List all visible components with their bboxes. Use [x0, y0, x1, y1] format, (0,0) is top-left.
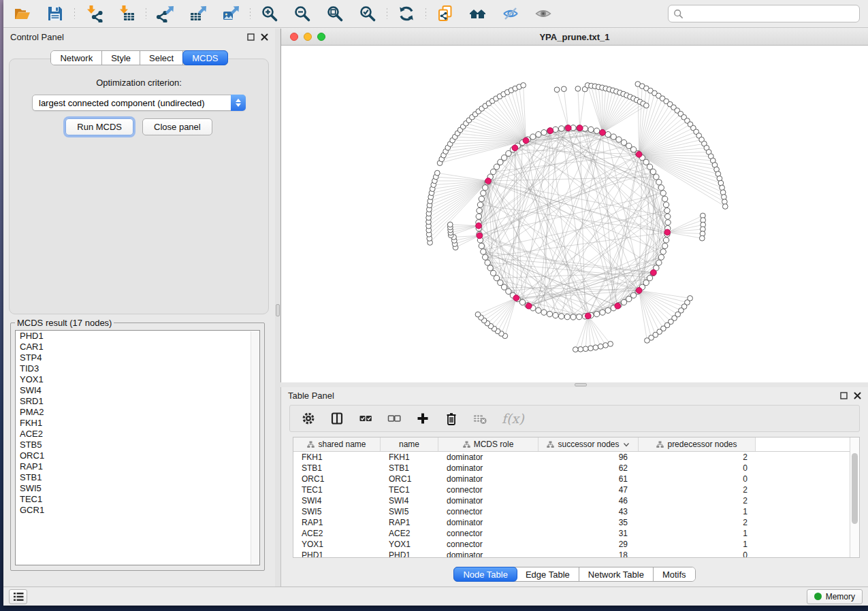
mcds-result-item[interactable]: TID3: [16, 363, 259, 374]
network-node[interactable]: [665, 214, 671, 219]
network-hub-node[interactable]: [485, 178, 492, 184]
network-node[interactable]: [477, 202, 483, 208]
table-row[interactable]: ORC1ORC1dominator610: [293, 474, 859, 484]
network-node[interactable]: [598, 344, 603, 349]
network-node[interactable]: [621, 299, 626, 305]
network-hub-node[interactable]: [577, 125, 583, 131]
zoom-in-icon[interactable]: [260, 4, 279, 23]
network-node[interactable]: [577, 314, 582, 319]
network-node[interactable]: [561, 86, 566, 92]
network-node[interactable]: [434, 170, 440, 176]
column-header-shared-name[interactable]: shared name: [293, 437, 381, 451]
mcds-result-item[interactable]: ACE2: [16, 429, 259, 440]
network-node[interactable]: [554, 87, 560, 93]
clone-network-icon[interactable]: [436, 4, 455, 23]
network-node[interactable]: [605, 131, 611, 137]
network-node[interactable]: [643, 103, 649, 108]
network-node[interactable]: [654, 174, 659, 180]
network-node[interactable]: [662, 243, 668, 248]
network-node[interactable]: [530, 134, 536, 139]
run-mcds-button[interactable]: Run MCDS: [65, 118, 133, 135]
network-hub-node[interactable]: [615, 303, 621, 309]
network-node[interactable]: [660, 249, 666, 254]
export-table-icon[interactable]: [189, 4, 208, 23]
network-node[interactable]: [536, 308, 541, 313]
network-node[interactable]: [490, 169, 496, 174]
network-node[interactable]: [722, 204, 728, 210]
column-header-successor-nodes[interactable]: successor nodes: [539, 437, 639, 451]
network-node[interactable]: [608, 342, 613, 347]
network-node[interactable]: [490, 270, 496, 276]
tab-select[interactable]: Select: [140, 51, 183, 65]
table-row[interactable]: STB1STB1dominator620: [293, 463, 859, 474]
close-panel-button[interactable]: Close panel: [142, 118, 212, 135]
network-node[interactable]: [475, 312, 481, 317]
add-column-icon[interactable]: [416, 412, 430, 425]
mcds-result-item[interactable]: STP4: [16, 352, 259, 363]
network-hub-node[interactable]: [600, 129, 606, 135]
import-table-icon[interactable]: [117, 4, 136, 23]
import-network-icon[interactable]: [84, 4, 103, 23]
network-node[interactable]: [647, 164, 652, 169]
network-hub-node[interactable]: [476, 222, 482, 229]
tab-network-table[interactable]: Network Table: [579, 567, 654, 581]
network-node[interactable]: [553, 312, 558, 318]
table-row[interactable]: TEC1TEC1connector472: [293, 484, 859, 495]
select-all-rows-icon[interactable]: [359, 412, 372, 425]
network-canvas[interactable]: [281, 46, 868, 382]
network-node[interactable]: [477, 208, 482, 213]
network-node[interactable]: [611, 134, 616, 139]
network-node[interactable]: [594, 311, 599, 316]
close-panel-icon[interactable]: [261, 33, 268, 41]
network-node[interactable]: [541, 310, 547, 315]
mcds-result-item[interactable]: RAP1: [16, 461, 259, 472]
tab-edge-table[interactable]: Edge Table: [517, 567, 579, 581]
network-node[interactable]: [645, 338, 650, 344]
network-node[interactable]: [662, 196, 668, 201]
table-row[interactable]: RAP1RAP1dominator352: [293, 517, 859, 528]
tab-motifs[interactable]: Motifs: [654, 567, 695, 581]
network-node[interactable]: [605, 308, 611, 313]
window-zoom-icon[interactable]: [317, 33, 325, 41]
network-node[interactable]: [588, 346, 594, 351]
network-node[interactable]: [479, 196, 484, 201]
scrollbar-thumb[interactable]: [852, 453, 858, 524]
network-node[interactable]: [481, 249, 486, 254]
mcds-result-list[interactable]: PHD1CAR1STP4TID3YOX1SWI4SRD1PMA2FKH1ACE2…: [15, 330, 260, 565]
search-box[interactable]: [668, 5, 860, 22]
show-all-icon[interactable]: [534, 4, 553, 23]
mcds-result-item[interactable]: FKH1: [16, 418, 259, 429]
result-list-scrollbar[interactable]: [251, 331, 259, 564]
network-hub-node[interactable]: [513, 295, 519, 301]
mcds-result-item[interactable]: YOX1: [16, 374, 259, 385]
float-panel-icon[interactable]: [840, 392, 848, 399]
network-node[interactable]: [521, 82, 526, 88]
mcds-result-item[interactable]: TEC1: [16, 494, 259, 505]
column-header-MCDS-role[interactable]: MCDS role: [438, 437, 539, 451]
network-node[interactable]: [483, 185, 488, 191]
table-scrollbar[interactable]: [850, 437, 859, 557]
criterion-dropdown[interactable]: largest connected component (undirected): [32, 95, 246, 111]
export-image-icon[interactable]: [221, 4, 240, 23]
mcds-result-item[interactable]: PHD1: [16, 331, 259, 342]
network-node[interactable]: [658, 254, 664, 260]
network-node[interactable]: [573, 347, 578, 352]
network-node[interactable]: [485, 260, 490, 265]
network-hub-node[interactable]: [565, 125, 571, 131]
vertical-splitter[interactable]: [275, 29, 280, 587]
network-node[interactable]: [583, 346, 588, 352]
memory-button[interactable]: Memory: [807, 589, 863, 604]
hide-selected-icon[interactable]: [501, 4, 520, 23]
tab-node-table[interactable]: Node Table: [453, 567, 517, 582]
network-hub-node[interactable]: [664, 229, 671, 235]
first-neighbors-icon[interactable]: [468, 4, 487, 23]
network-node[interactable]: [656, 180, 662, 185]
mcds-result-item[interactable]: SWI5: [16, 483, 259, 494]
zoom-fit-icon[interactable]: [325, 4, 344, 23]
network-hub-node[interactable]: [526, 303, 532, 309]
network-node[interactable]: [658, 185, 664, 191]
column-header-predecessor-nodes[interactable]: predecessor nodes: [639, 437, 756, 451]
export-network-icon[interactable]: [156, 4, 175, 23]
network-node[interactable]: [541, 130, 547, 135]
zoom-selected-icon[interactable]: [358, 4, 377, 23]
